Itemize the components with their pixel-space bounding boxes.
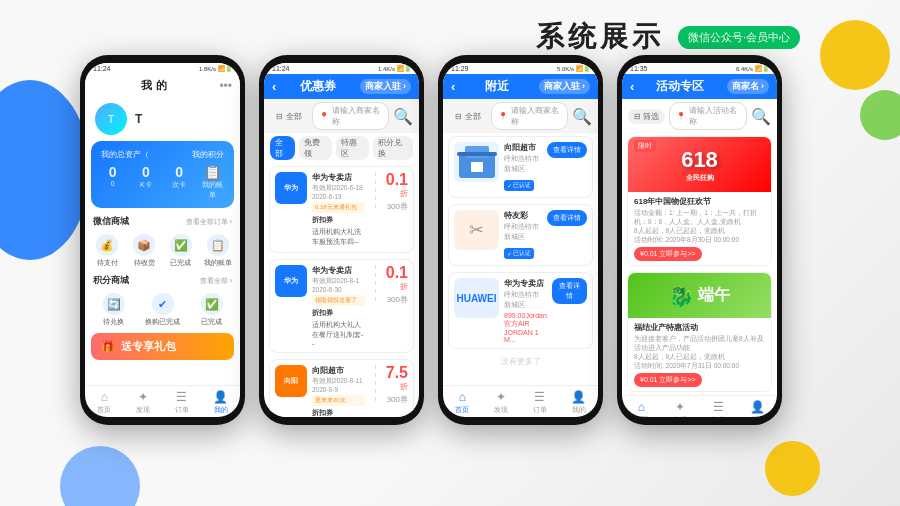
points-mall-header: 积分商城 查看全部 › bbox=[85, 271, 240, 290]
header-title-4: 活动专区 bbox=[638, 78, 722, 95]
search-icon-4[interactable]: 🔍 bbox=[751, 107, 771, 126]
nav-orders-3[interactable]: ☰ 订单 bbox=[521, 390, 560, 415]
filter-btn-4[interactable]: ⊟ 筛选 bbox=[628, 109, 665, 124]
nav-discover-4[interactable]: ✦ 发现 bbox=[661, 400, 700, 417]
search-input-3[interactable]: 📍 请输入商家名称 bbox=[491, 102, 568, 130]
gift-icon: 🎁 bbox=[101, 340, 115, 353]
nav-my-1[interactable]: 👤 我的 bbox=[201, 390, 240, 415]
filter-all-3[interactable]: ⊟全部 bbox=[449, 109, 487, 124]
username: T bbox=[135, 112, 142, 126]
completed-orders: ✅ 已完成 bbox=[163, 234, 200, 268]
activity-join-btn-2[interactable]: ¥0.01 立即参与>> bbox=[634, 373, 702, 387]
activity-join-btn-1[interactable]: ¥0.01 立即参与>> bbox=[634, 247, 702, 261]
back-icon-4[interactable]: ‹ bbox=[630, 79, 634, 94]
no-more-text: 没有更多了 bbox=[443, 352, 598, 371]
all-points-link[interactable]: 查看全部 › bbox=[200, 276, 232, 286]
search-row-3: ⊟全部 📍 请输入商家名称 🔍 bbox=[443, 99, 598, 133]
nearby-info-1: 向阳超市 呼和浩特市 新城区 ✓ 已认证 bbox=[504, 142, 542, 192]
tab-free-2[interactable]: 免费领 bbox=[299, 136, 332, 160]
coupon-info-1: 华为专卖店 有效期2020-6-18 2020-6-19 6.18元来通礼包 折… bbox=[312, 172, 365, 247]
status-bar-4: 11:35 6.4K/s 📶🔋 bbox=[622, 63, 777, 74]
tab-all-2[interactable]: 全部 bbox=[270, 136, 295, 160]
bottom-nav-4: ⌂ 首页 ✦ 发现 ☰ 订单 👤 我的 bbox=[622, 395, 777, 417]
search-row-2: ⊟全部 📍 请输入商家名称 🔍 bbox=[264, 99, 419, 133]
search-icon-3[interactable]: 🔍 bbox=[572, 107, 592, 126]
nearby-info-3: 华为专卖店 呼和浩特市 新城区 899.00Jordan官方AIR JORDAN… bbox=[504, 278, 547, 343]
tab-pills-2: 全部 免费领 特惠区 积分兑换 bbox=[264, 133, 419, 163]
header-title-2: 优惠券 bbox=[280, 78, 355, 95]
search-input-4[interactable]: 📍 请输入活动名称 bbox=[669, 102, 747, 130]
nearby-info-2: 特友彩 呼和浩特市 新城区 ✓ 已认证 bbox=[504, 210, 542, 260]
nav-home-4[interactable]: ⌂ 首页 bbox=[622, 400, 661, 417]
view-detail-3[interactable]: 查看详情 bbox=[552, 278, 587, 304]
phone-1-my: 11:24 1.8K/s 📶🔋 我的 ••• T T 我的总资产（ bbox=[80, 55, 245, 425]
title-area: 系统展示 微信公众号·会员中心 bbox=[536, 18, 800, 56]
verified-1: ✓ 已认证 bbox=[504, 180, 534, 191]
activity-card-dragon: 🐉 端午 福结业产特惠活动 为迎接老客户，产品活动拼团儿童8人补及活动进入产品功… bbox=[627, 272, 772, 392]
back-icon-2[interactable]: ‹ bbox=[272, 79, 276, 94]
filter-all-2[interactable]: ⊟全部 bbox=[270, 109, 308, 124]
time-4: 11:35 bbox=[630, 65, 648, 72]
activity-img-618: 限时 618 全民狂购 bbox=[628, 137, 771, 192]
svg-rect-2 bbox=[471, 162, 483, 172]
view-detail-2[interactable]: 查看详情 bbox=[547, 210, 587, 226]
nearby-img-3: HUAWEI bbox=[454, 278, 499, 318]
view-detail-1[interactable]: 查看详情 bbox=[547, 142, 587, 158]
time-3: 11:29 bbox=[451, 65, 469, 72]
coupon-info-3: 向阳超市 有效期2020-8-11 2020-9-9 更来来20次 折扣券 bbox=[312, 365, 365, 417]
header-bar-2: ‹ 优惠券 商家入驻 › bbox=[264, 74, 419, 99]
assets-card: 我的总资产（ 我的积分 0 0 0 K卡 0 次卡 bbox=[91, 141, 234, 208]
tab-points-2[interactable]: 积分兑换 bbox=[373, 136, 413, 160]
phone-3-screen: 11:29 5.0K/s 📶🔋 ‹ 附近 商家入驻 › ⊟全部 📍 请输入商家名… bbox=[443, 63, 598, 417]
bill: 📋 我的账单 bbox=[201, 164, 224, 200]
user-avatar: T bbox=[95, 103, 127, 135]
search-input-2[interactable]: 📍 请输入商家名称 bbox=[312, 102, 389, 130]
nearby-item-3: HUAWEI 华为专卖店 呼和浩特市 新城区 899.00Jordan官方AIR… bbox=[448, 272, 593, 349]
wechat-mall-header: 微信商城 查看全部订单 › bbox=[85, 212, 240, 231]
nav-home-1[interactable]: ⌂ 首页 bbox=[85, 390, 124, 415]
coupon-value-3: 7.5 折 300券 bbox=[386, 365, 408, 405]
points-mall-title: 积分商城 bbox=[93, 274, 129, 287]
merchant-btn-2[interactable]: 商家入驻 › bbox=[360, 79, 412, 94]
nav-discover-3[interactable]: ✦ 发现 bbox=[482, 390, 521, 415]
merchant-btn-4[interactable]: 商家名 › bbox=[727, 79, 770, 94]
nav-home-3[interactable]: ⌂ 首页 bbox=[443, 390, 482, 415]
time-1: 11:24 bbox=[93, 65, 111, 72]
header-bar-4: ‹ 活动专区 商家名 › bbox=[622, 74, 777, 99]
header-title-3: 附近 bbox=[459, 78, 534, 95]
activity-meta-dragon: 福结业产特惠活动 为迎接老客户，产品活动拼团儿童8人补及活动进入产品功能 8人起… bbox=[628, 318, 771, 391]
member-card: 0 0 bbox=[101, 164, 124, 200]
bottom-nav-1: ⌂ 首页 ✦ 发现 ☰ 订单 👤 我的 bbox=[85, 385, 240, 417]
nav-orders-4[interactable]: ☰ 订单 bbox=[700, 400, 739, 417]
activity-img-dragon: 🐉 端午 bbox=[628, 273, 771, 318]
nearby-img-1 bbox=[454, 142, 499, 182]
wechat-badge[interactable]: 微信公众号·会员中心 bbox=[678, 26, 800, 49]
more-icon[interactable]: ••• bbox=[219, 79, 232, 93]
k-card: 0 K卡 bbox=[134, 164, 157, 200]
bill-icon: 📋 我的账单 bbox=[199, 234, 236, 268]
search-icon-2[interactable]: 🔍 bbox=[393, 107, 413, 126]
tab-discount-2[interactable]: 特惠区 bbox=[336, 136, 369, 160]
svg-rect-3 bbox=[457, 152, 497, 156]
phone-3-nearby: 11:29 5.0K/s 📶🔋 ‹ 附近 商家入驻 › ⊟全部 📍 请输入商家名… bbox=[438, 55, 603, 425]
phone-4-activities: 11:35 6.4K/s 📶🔋 ‹ 活动专区 商家名 › ⊟ 筛选 📍 bbox=[617, 55, 782, 425]
deco-yellow-bottom bbox=[765, 441, 820, 496]
nav-my-3[interactable]: 👤 我的 bbox=[559, 390, 598, 415]
pending-receive: 📦 待收货 bbox=[126, 234, 163, 268]
back-icon-3[interactable]: ‹ bbox=[451, 79, 455, 94]
pending-exchange: 🔄 待兑换 bbox=[89, 293, 138, 327]
status-bar-3: 11:29 5.0K/s 📶🔋 bbox=[443, 63, 598, 74]
nav-orders-1[interactable]: ☰ 订单 bbox=[163, 390, 202, 415]
merchant-btn-3[interactable]: 商家入驻 › bbox=[539, 79, 591, 94]
nav-my-4[interactable]: 👤 我的 bbox=[738, 400, 777, 417]
status-bar-2: 11:24 1.4K/s 📶🔋 bbox=[264, 63, 419, 74]
coupon-card-2: 华为 华为专卖店 有效期2020-8-1 2020-6-30 领取领悦送著了 折… bbox=[269, 259, 414, 353]
coupon-logo-3: 向阳 bbox=[275, 365, 307, 397]
gift-banner[interactable]: 🎁 送专享礼包 bbox=[91, 333, 234, 360]
filter-row-4: ⊟ 筛选 📍 请输入活动名称 🔍 bbox=[622, 99, 777, 133]
nav-discover-1[interactable]: ✦ 发现 bbox=[124, 390, 163, 415]
activity-meta-618: 618年中国物促狂欢节 活动金额：1: 上一期，1：上一共，打折机：8：8，人人… bbox=[628, 192, 771, 265]
gift-text: 送专享礼包 bbox=[121, 339, 176, 354]
all-orders-link[interactable]: 查看全部订单 › bbox=[186, 217, 232, 227]
coupon-logo-2: 华为 bbox=[275, 265, 307, 297]
